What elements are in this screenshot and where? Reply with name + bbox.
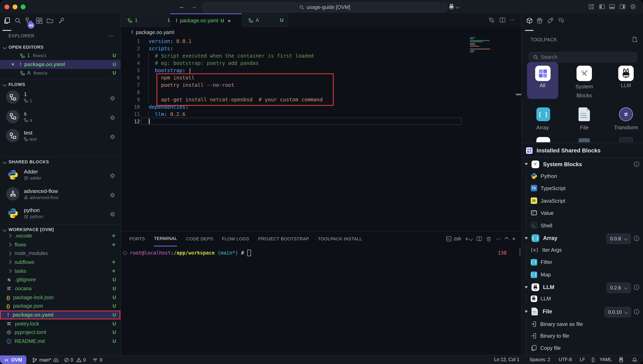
block-item-filter[interactable]: [ ]Filter [522,256,643,268]
block-item-map[interactable]: [ ]Map [522,268,643,281]
rabbit-status-icon[interactable] [618,357,624,363]
toolpack-cube-icon[interactable] [526,17,532,24]
tab-close-icon[interactable]: × [228,18,231,24]
group-array[interactable]: [ ] Array 0.0.8 [522,232,643,244]
file-tile-icon[interactable] [578,108,590,121]
settings-gear-icon[interactable] [630,4,636,10]
activity-key-icon[interactable] [58,17,64,24]
folder-row[interactable]: .vscode [0,232,120,240]
new-toolpack-icon[interactable] [632,36,638,42]
info-icon[interactable] [634,235,639,241]
info-icon[interactable] [634,161,639,167]
eol-status[interactable]: LF [580,357,585,362]
shell-selector[interactable]: zsh [446,236,461,242]
open-editors-header[interactable]: OPEN EDITORS [0,44,120,50]
block-item-value[interactable]: Value [522,207,643,219]
tile-array-label[interactable]: Array [527,124,558,130]
tile-transform-label[interactable]: Transform [614,124,638,130]
indentation-status[interactable]: Spaces: 2 [530,357,550,362]
file-row[interactable]: poetry.lockU [0,320,120,328]
version-select[interactable]: 0.0.8 [606,233,631,244]
tab-terminal[interactable]: TERMINAL [154,231,177,246]
folder-row[interactable]: tasks [0,267,120,276]
activity-folder-icon[interactable] [46,18,53,23]
terminal-scrollbar[interactable] [519,248,520,256]
traffic-minimize-button[interactable] [12,4,17,9]
command-center-search[interactable]: usage-guide [OVM] [202,2,447,12]
block-item-javascript[interactable]: JSJavaScript [522,194,643,207]
folder-row[interactable]: node_modules [0,249,120,258]
gear-icon[interactable] [110,134,115,140]
toggle-panel-icon[interactable] [609,4,615,10]
tile-llm-label[interactable]: LLM [618,82,634,88]
flow-item[interactable]: test test [0,126,120,145]
open-editor-item[interactable]: 1 flows/1 U [0,51,120,60]
close-icon[interactable]: × [11,62,14,68]
encoding-status[interactable]: UTF-8 [559,357,572,362]
panel-more-icon[interactable]: ⋯ [496,236,501,242]
block-item-binary-to-file[interactable]: Binary to file [522,330,643,342]
llm-tile-icon[interactable] [618,66,634,81]
toggle-sidebar-left-icon[interactable] [599,4,605,10]
git-branch-status[interactable]: main* [32,356,59,364]
gear-icon[interactable] [110,192,115,198]
gear-icon[interactable] [110,173,115,178]
terminal-prompt-line[interactable]: root@localhost:/app/workspace (main*) # [123,249,251,256]
system-blocks-icon[interactable] [576,66,592,81]
version-select[interactable]: 0.0.10 [604,307,632,317]
tab-flow-1[interactable]: 1 U [120,14,177,27]
flow-item[interactable]: s a [0,107,120,126]
group-system-blocks[interactable]: System Blocks [522,158,643,170]
shared-block-item[interactable]: python python [0,204,120,223]
tab-code-deps[interactable]: CODE DEPS [186,232,213,246]
activity-files-icon[interactable] [4,17,10,24]
tab-ports[interactable]: PORTS [129,232,145,246]
file-row[interactable]: README.mdU [0,337,120,346]
traffic-close-button[interactable] [4,4,9,9]
tile-file-label[interactable]: File [568,124,600,130]
array-tile-icon[interactable]: [ ] [536,108,550,121]
new-terminal-button[interactable]: + [465,236,472,242]
block-item-iter-args[interactable]: [x]Iter Args [522,244,643,256]
split-terminal-icon[interactable] [476,236,482,242]
remote-indicator[interactable]: OVM [0,356,26,364]
group-llm[interactable]: LLM 0.2.6 [522,281,643,293]
folder-row[interactable]: flows [0,240,120,249]
split-editor-icon[interactable] [499,17,505,23]
rocket-icon[interactable] [547,17,553,24]
gift-icon[interactable] [536,17,543,24]
explorer-more-icon[interactable]: ⋯ [108,32,114,39]
transform-tile-icon[interactable] [619,108,633,121]
tab-package-oo-yaml-active[interactable]: ! package.oo.yaml U × [170,14,242,27]
panel-resize-handle[interactable] [516,94,521,95]
gear-icon[interactable] [110,115,115,120]
close-panel-icon[interactable]: × [512,236,516,242]
toggle-sidebar-right-icon[interactable] [620,4,626,10]
traffic-zoom-button[interactable] [20,4,25,9]
shared-block-item[interactable]: advanced-flow advanced-flow [0,184,120,204]
chat-icon[interactable] [558,18,564,24]
activity-blocks-icon[interactable] [36,17,42,24]
language-mode[interactable]: YAML [600,357,612,362]
tab-flow-logs[interactable]: FLOW LOGS [222,232,249,246]
bell-icon[interactable] [632,357,637,363]
gear-icon[interactable] [110,96,115,101]
problems-status[interactable]: 0 0 [64,356,86,364]
version-select[interactable]: 0.2.6 [606,282,631,293]
file-row[interactable]: .gitignoreU [0,276,120,284]
file-row-selected[interactable]: !package.oo.yamlU [0,310,120,319]
maximize-panel-icon[interactable] [505,237,509,241]
block-item-copy-file[interactable]: Copy file [522,342,643,354]
gear-icon[interactable] [110,212,115,217]
activity-search-icon[interactable] [14,17,21,24]
block-item-python[interactable]: Python [522,170,643,182]
group-file[interactable]: File 0.0.10 [522,306,643,318]
editor-more-icon[interactable]: ⋯ [510,16,515,23]
tab-flow-a[interactable]: A U [242,14,289,27]
nav-forward-icon[interactable]: → [191,3,197,10]
nav-back-icon[interactable]: ← [179,3,185,10]
breadcrumb[interactable]: ! package.oo.yaml [120,28,283,37]
minimap[interactable] [470,37,494,48]
layout-customize-icon[interactable] [588,4,594,10]
block-item-binary-save[interactable]: Binary save as file [522,318,643,330]
